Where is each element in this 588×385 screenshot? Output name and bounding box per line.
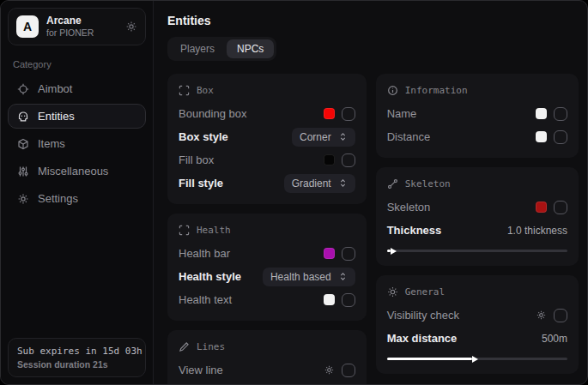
max-distance-slider[interactable] (387, 358, 567, 360)
sidebar-item-settings[interactable]: Settings (8, 186, 146, 211)
sidebar-item-entities[interactable]: Entities (8, 104, 146, 129)
setting-label: Name (387, 107, 417, 120)
card-title: Information (405, 85, 468, 96)
gear-icon[interactable] (324, 364, 335, 376)
checkbox[interactable] (342, 293, 355, 307)
card-general: General Visibility check (376, 275, 579, 374)
app-logo: A (16, 15, 39, 38)
checkbox[interactable] (342, 364, 355, 377)
brand-text: Arcane for PIONER (46, 15, 94, 39)
setting-row: Fill style Gradient (179, 171, 355, 195)
app-subtitle: for PIONER (46, 27, 94, 39)
sidebar-item-label: Miscellaneous (38, 165, 108, 177)
health-style-dropdown[interactable]: Health based (263, 268, 355, 286)
setting-row: Skeleton (387, 196, 567, 219)
dropdown-value: Corner (300, 131, 331, 143)
box-style-dropdown[interactable]: Corner (292, 128, 355, 147)
sidebar: A Arcane for PIONER Category Aimbot (1, 1, 154, 384)
setting-label: Health text (179, 293, 232, 306)
checkbox[interactable] (554, 309, 567, 322)
entity-tabs: Players NPCs (167, 37, 276, 61)
checkbox[interactable] (342, 247, 355, 261)
color-swatch[interactable] (324, 108, 335, 119)
thickness-value: 1.0 thickness (507, 225, 567, 237)
cards-grid: Box Bounding box Box style Corner (167, 74, 579, 384)
color-swatch[interactable] (536, 202, 547, 213)
slider-thumb[interactable] (472, 356, 478, 363)
checkbox[interactable] (554, 201, 567, 214)
setting-row: Bounding box (179, 102, 355, 125)
unfold-icon (338, 272, 348, 281)
checkbox[interactable] (554, 130, 567, 144)
aimbot-icon (17, 83, 29, 95)
card-information: Information Name Distance (376, 74, 579, 158)
color-swatch[interactable] (536, 108, 547, 119)
card-title: Skeleton (405, 178, 451, 189)
gear-icon[interactable] (536, 310, 547, 321)
tab-npcs[interactable]: NPCs (227, 39, 274, 58)
pencil-icon (179, 341, 190, 352)
checkbox[interactable] (342, 153, 355, 167)
page-title: Entities (167, 14, 579, 27)
slider-thumb[interactable] (391, 248, 397, 255)
setting-row: Max distance 500m (387, 327, 567, 350)
setting-label: Max distance (387, 332, 458, 345)
card-title: Lines (197, 341, 225, 352)
color-swatch[interactable] (536, 131, 547, 142)
app-name: Arcane (46, 15, 94, 27)
card-health: Health Health bar Health style Health ba… (167, 214, 367, 321)
thickness-slider[interactable] (387, 250, 567, 252)
right-column: Information Name Distance (376, 74, 579, 374)
fill-style-dropdown[interactable]: Gradient (284, 174, 355, 193)
setting-row: Thickness 1.0 thickness (387, 219, 567, 242)
setting-row: Fill box (179, 148, 355, 171)
setting-label: Health bar (179, 247, 230, 260)
sidebar-item-label: Items (38, 137, 65, 150)
setting-label: Fill style (179, 177, 223, 189)
sidebar-item-aimbot[interactable]: Aimbot (8, 76, 146, 101)
miscellaneous-icon (17, 165, 29, 177)
setting-label: Visibility check (387, 309, 459, 322)
gear-icon[interactable] (125, 21, 137, 33)
unfold-icon (338, 132, 348, 141)
setting-row: Box style Corner (179, 125, 355, 148)
color-swatch[interactable] (324, 294, 335, 305)
setting-label: Health style (179, 270, 241, 283)
subscription-info: Sub expires in 15d 03h Session duration … (8, 338, 146, 377)
items-icon (17, 138, 29, 150)
setting-row: Visibility check (387, 304, 567, 327)
setting-row: Distance (387, 125, 567, 148)
tab-players[interactable]: Players (170, 39, 225, 58)
left-column: Box Bounding box Box style Corner (167, 74, 367, 384)
color-swatch[interactable] (324, 154, 335, 165)
unfold-icon (338, 178, 348, 188)
session-duration-text: Session duration 21s (17, 359, 136, 370)
app-window: A Arcane for PIONER Category Aimbot (0, 0, 588, 385)
dropdown-value: Health based (270, 271, 331, 283)
setting-label: Bounding box (179, 107, 247, 120)
sun-icon (387, 286, 398, 298)
checkbox[interactable] (554, 107, 567, 121)
card-title: Box (197, 85, 214, 96)
sidebar-item-items[interactable]: Items (8, 131, 146, 156)
entities-icon (17, 111, 29, 123)
brand-header: A Arcane for PIONER (8, 8, 146, 45)
color-swatch[interactable] (324, 248, 335, 259)
bone-icon (387, 178, 398, 189)
scan-icon (179, 225, 190, 236)
setting-label: Skeleton (387, 201, 431, 214)
setting-row: Line to enemy (179, 382, 355, 384)
sidebar-item-miscellaneous[interactable]: Miscellaneous (8, 159, 146, 183)
sub-expires-text: Sub expires in 15d 03h (17, 346, 136, 357)
scan-icon (179, 85, 190, 96)
setting-label: Distance (387, 130, 431, 143)
card-skeleton: Skeleton Skeleton Thickness 1.0 thicknes… (376, 167, 579, 266)
info-icon (387, 85, 398, 96)
checkbox[interactable] (342, 107, 355, 121)
max-distance-value: 500m (542, 333, 567, 345)
setting-row: Name (387, 102, 567, 125)
setting-label: View line (179, 364, 223, 376)
setting-label: Thickness (387, 224, 442, 237)
setting-row: View line (179, 358, 355, 382)
setting-label: Fill box (179, 153, 214, 166)
